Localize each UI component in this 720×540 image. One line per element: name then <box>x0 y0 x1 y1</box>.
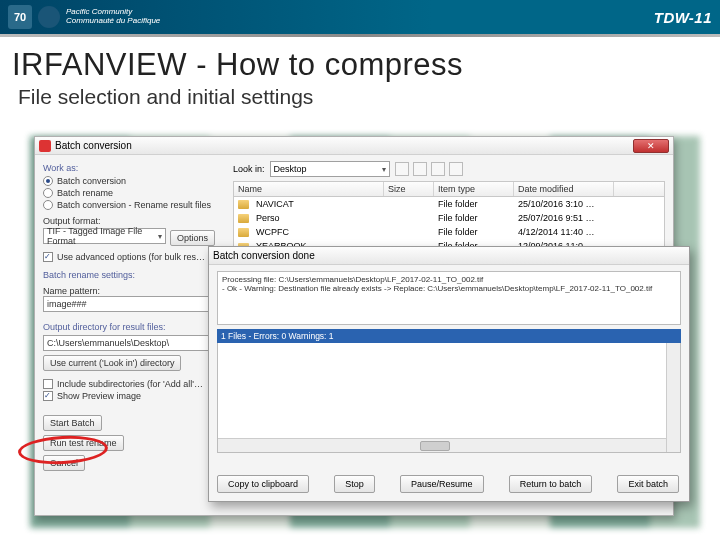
use-current-dir-button[interactable]: Use current ('Look in') directory <box>43 355 181 371</box>
list-item[interactable]: NAVICATFile folder25/10/2016 3:10 … <box>234 197 664 211</box>
log-line: - Ok - Warning: Destination file already… <box>222 284 676 293</box>
file-type: File folder <box>434 212 514 224</box>
main-titlebar[interactable]: Batch conversion ✕ <box>35 137 673 155</box>
radio2-label: Batch rename <box>57 188 113 198</box>
banner-left: 70 Pacific Community Communauté du Pacif… <box>8 5 160 29</box>
output-dir-value: C:\Users\emmanuels\Desktop\ <box>47 338 169 348</box>
output-format-value: TIF - Tagged Image File Format <box>47 226 158 246</box>
name-pattern-label: Name pattern: <box>43 286 217 296</box>
lookin-value: Desktop <box>274 164 307 174</box>
radio1-label: Batch conversion <box>57 176 126 186</box>
up-icon[interactable] <box>413 162 427 176</box>
checkbox-icon <box>43 379 53 389</box>
radio-batch-conv-rename[interactable]: Batch conversion - Rename result files <box>43 200 217 210</box>
include-subdirs-label: Include subdirectories (for 'Add all'… <box>57 379 203 389</box>
radio-icon <box>43 176 53 186</box>
overlay-titlebar[interactable]: Batch conversion done <box>209 247 689 265</box>
lookin-label: Look in: <box>233 164 265 174</box>
file-name: Perso <box>252 212 284 224</box>
log-box: Processing file: C:\Users\emmanuels\Desk… <box>217 271 681 325</box>
stop-button[interactable]: Stop <box>334 475 375 493</box>
radio-icon <box>43 188 53 198</box>
view-menu-icon[interactable] <box>449 162 463 176</box>
logo-wave-icon <box>38 6 60 28</box>
main-title-text: Batch conversion <box>55 140 132 151</box>
work-as-label: Work as: <box>43 163 217 173</box>
banner-right-label: TDW-11 <box>654 9 712 26</box>
pause-resume-button[interactable]: Pause/Resume <box>400 475 484 493</box>
col-type[interactable]: Item type <box>434 182 514 196</box>
lookin-combo[interactable]: Desktop▾ <box>270 161 390 177</box>
org-name: Pacific Community Communauté du Pacifiqu… <box>66 8 160 26</box>
batch-done-dialog: Batch conversion done Processing file: C… <box>208 246 690 502</box>
file-type: File folder <box>434 198 514 210</box>
result-list[interactable]: III <box>217 343 681 453</box>
scroll-thumb[interactable] <box>420 441 450 451</box>
folder-icon <box>238 200 249 209</box>
show-preview-checkbox[interactable]: Show Preview image <box>43 391 217 401</box>
overlay-button-row: Copy to clipboard Stop Pause/Resume Retu… <box>217 471 681 493</box>
horizontal-scrollbar[interactable]: III <box>218 438 666 452</box>
name-pattern-input[interactable]: image### <box>43 296 217 312</box>
log-line: Processing file: C:\Users\emmanuels\Desk… <box>222 275 676 284</box>
output-format-label: Output format: <box>43 216 217 226</box>
output-dir-heading: Output directory for result files: <box>43 322 217 332</box>
file-name: WCPFC <box>252 226 293 238</box>
radio3-label: Batch conversion - Rename result files <box>57 200 211 210</box>
app-icon <box>39 140 51 152</box>
vertical-scrollbar[interactable] <box>666 343 680 452</box>
radio-batch-conversion[interactable]: Batch conversion <box>43 176 217 186</box>
slide-subtitle: File selection and initial settings <box>0 85 720 115</box>
copy-clipboard-button[interactable]: Copy to clipboard <box>217 475 309 493</box>
overlay-title-text: Batch conversion done <box>213 250 315 261</box>
chevron-down-icon: ▾ <box>382 165 386 174</box>
screenshot-area: Batch conversion ✕ Work as: Batch conver… <box>30 136 700 528</box>
include-subdirs-checkbox[interactable]: Include subdirectories (for 'Add all'… <box>43 379 217 389</box>
checkbox-icon <box>43 391 53 401</box>
folder-icon <box>238 228 249 237</box>
top-banner: 70 Pacific Community Communauté du Pacif… <box>0 0 720 34</box>
exit-batch-button[interactable]: Exit batch <box>617 475 679 493</box>
summary-bar: 1 Files - Errors: 0 Warnings: 1 <box>217 329 681 343</box>
output-format-combo[interactable]: TIF - Tagged Image File Format▾ <box>43 228 166 244</box>
list-item[interactable]: PersoFile folder25/07/2016 9:51 … <box>234 211 664 225</box>
file-date: 25/10/2016 3:10 … <box>514 198 614 210</box>
radio-batch-rename[interactable]: Batch rename <box>43 188 217 198</box>
start-batch-button[interactable]: Start Batch <box>43 415 102 431</box>
file-type: File folder <box>434 226 514 238</box>
col-size[interactable]: Size <box>384 182 434 196</box>
chevron-down-icon: ▾ <box>158 232 162 241</box>
logo-70-icon: 70 <box>8 5 32 29</box>
col-date[interactable]: Date modified <box>514 182 614 196</box>
back-icon[interactable] <box>395 162 409 176</box>
slide-title: IRFANVIEW - How to compress <box>0 37 720 85</box>
new-folder-icon[interactable] <box>431 162 445 176</box>
return-batch-button[interactable]: Return to batch <box>509 475 593 493</box>
close-icon[interactable]: ✕ <box>633 139 669 153</box>
use-advanced-label: Use advanced options (for bulk res… <box>57 252 205 262</box>
show-preview-label: Show Preview image <box>57 391 141 401</box>
file-date: 4/12/2014 11:40 … <box>514 226 614 238</box>
browser-toolbar <box>395 162 463 176</box>
use-advanced-checkbox[interactable]: Use advanced options (for bulk res… <box>43 252 217 262</box>
col-name[interactable]: Name <box>234 182 384 196</box>
options-button[interactable]: Options <box>170 230 215 246</box>
batch-rename-heading: Batch rename settings: <box>43 270 217 280</box>
output-dir-input[interactable]: C:\Users\emmanuels\Desktop\ <box>43 335 217 351</box>
folder-icon <box>238 214 249 223</box>
radio-icon <box>43 200 53 210</box>
file-name: NAVICAT <box>252 198 298 210</box>
org-line2: Communauté du Pacifique <box>66 17 160 26</box>
file-list-header[interactable]: Name Size Item type Date modified <box>233 181 665 197</box>
file-date: 25/07/2016 9:51 … <box>514 212 614 224</box>
list-item[interactable]: WCPFCFile folder4/12/2014 11:40 … <box>234 225 664 239</box>
name-pattern-value: image### <box>47 299 87 309</box>
checkbox-icon <box>43 252 53 262</box>
